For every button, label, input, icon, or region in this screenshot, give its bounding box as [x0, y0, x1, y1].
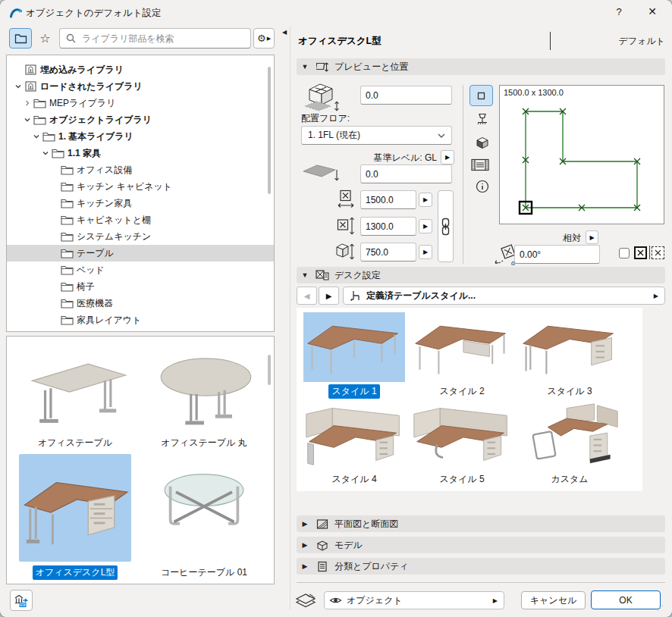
library-tree: 埋め込みライブラリロードされたライブラリMEPライブラリオブジェクトライブラリ1…: [6, 55, 275, 332]
style-option[interactable]: スタイル 1: [303, 312, 406, 399]
folder-icon: [60, 232, 74, 242]
height-flyout-button[interactable]: ▶: [419, 245, 432, 259]
style-option[interactable]: カスタム: [518, 400, 621, 487]
help-button[interactable]: ?: [604, 0, 634, 23]
tree-item[interactable]: テーブル: [7, 245, 274, 262]
next-page-button[interactable]: ▶: [319, 287, 339, 305]
coffee-thumbnail[interactable]: [148, 454, 260, 562]
custom-thumbnail[interactable]: [519, 400, 620, 470]
tree-item[interactable]: 医療機器: [7, 295, 274, 312]
document-list-icon: [313, 561, 331, 572]
relative-angle-flyout-button[interactable]: ▶: [586, 230, 598, 244]
tree-item[interactable]: 1. 基本ライブラリ: [7, 128, 274, 145]
depth-field[interactable]: [360, 217, 416, 236]
close-button[interactable]: ✕: [637, 0, 667, 23]
preview-animation-button[interactable]: [471, 155, 489, 174]
info-button[interactable]: [473, 177, 491, 196]
style-option-label: カスタム: [548, 472, 591, 487]
library-item[interactable]: オフィステーブル: [16, 343, 134, 450]
library-manager-button[interactable]: [10, 590, 33, 611]
bottom-offset-field[interactable]: [360, 164, 452, 183]
style2-thumbnail[interactable]: [411, 312, 513, 382]
style5-thumbnail[interactable]: [411, 400, 513, 470]
tree-item[interactable]: キッチン キャビネット: [7, 178, 274, 195]
tree-item[interactable]: ベッド: [7, 262, 274, 278]
tree-item[interactable]: オブジェクトライブラリ: [7, 111, 274, 128]
chevron-down-icon: ▼: [297, 271, 313, 279]
tree-item-label: ベッド: [74, 264, 105, 277]
chevron-right-icon[interactable]: [22, 99, 33, 107]
chevron-down-icon[interactable]: [31, 133, 42, 140]
chevron-down-icon[interactable]: [40, 149, 51, 157]
rotation-angle-field[interactable]: [514, 245, 600, 264]
depth-flyout-button[interactable]: ▶: [419, 219, 432, 233]
tree-scrollbar[interactable]: [268, 67, 271, 194]
tree-item[interactable]: システムキッチン: [7, 228, 274, 245]
chevron-down-icon[interactable]: [13, 83, 24, 90]
tree-item[interactable]: オフィス設備: [7, 161, 274, 178]
cancel-button[interactable]: キャンセル: [521, 591, 586, 609]
mirror-checkbox[interactable]: [619, 248, 630, 258]
tree-item[interactable]: 1.1 家具: [7, 145, 274, 161]
folder-icon: [42, 132, 56, 142]
style3-thumbnail[interactable]: [519, 312, 620, 382]
library-item[interactable]: オフィスデスクL型: [16, 454, 134, 580]
library-item[interactable]: コーヒーテーブル 01: [145, 454, 263, 580]
folder-view-toggle-button[interactable]: [9, 28, 32, 49]
ok-button[interactable]: OK: [591, 590, 661, 609]
tree-item[interactable]: 埋め込みライブラリ: [7, 61, 274, 78]
style-option[interactable]: スタイル 2: [410, 312, 513, 399]
tree-item[interactable]: ロードされたライブラリ: [7, 78, 274, 95]
object-name-field[interactable]: [297, 32, 551, 50]
tree-item[interactable]: 椅子: [7, 278, 274, 295]
divider: [297, 582, 665, 583]
round-thumbnail[interactable]: [148, 343, 260, 432]
tree-item-label: キャビネットと棚: [74, 214, 151, 227]
library-manager-icon: [14, 594, 29, 607]
object-default-settings-dialog: オブジェクトのデフォルト設定 ? ✕ ☆ ⚙▶ ◀ 埋め込みライブラリロードされ…: [0, 0, 672, 617]
section-desk-settings[interactable]: ▼ デスク設定: [297, 267, 665, 283]
resize-grip[interactable]: ⋰: [657, 605, 667, 614]
library-item[interactable]: オフィステーブル 丸: [145, 343, 263, 450]
search-settings-button[interactable]: ⚙▶: [253, 28, 275, 49]
section-model[interactable]: ▶ モデル: [297, 537, 665, 553]
tree-item[interactable]: MEPライブラリ: [7, 95, 274, 111]
previous-page-button[interactable]: ◀: [297, 287, 317, 305]
preview-2d-symbol-button[interactable]: [469, 85, 493, 106]
eye-icon: [329, 596, 342, 605]
preview-2d-view-button[interactable]: [473, 110, 491, 128]
thumbnail-scrollbar[interactable]: [268, 355, 271, 385]
base-level-flyout-button[interactable]: ▶: [441, 150, 454, 164]
width-field[interactable]: [360, 190, 416, 209]
tree-item[interactable]: キャビネットと棚: [7, 211, 274, 228]
home-story-select[interactable]: 1. 1FL (現在): [301, 126, 452, 145]
link-dimensions-button[interactable]: [438, 190, 454, 262]
table-thumbnail[interactable]: [19, 343, 131, 432]
width-flyout-button[interactable]: ▶: [419, 193, 432, 207]
collapse-panel-arrow[interactable]: ◀: [282, 29, 288, 36]
style-option[interactable]: スタイル 4: [303, 400, 406, 487]
section-classification-properties[interactable]: ▶ 分類とプロパティ: [297, 558, 665, 575]
ldesk-thumbnail[interactable]: [19, 454, 131, 562]
tree-item[interactable]: キッチン家具: [7, 195, 274, 211]
style-option[interactable]: スタイル 5: [410, 400, 513, 487]
search-input[interactable]: [80, 33, 250, 45]
style-option[interactable]: スタイル 3: [518, 312, 621, 399]
style1-thumbnail[interactable]: [303, 312, 405, 382]
tree-item-label: 1.1 家具: [65, 147, 101, 160]
search-box[interactable]: [59, 28, 251, 49]
top-offset-field[interactable]: [360, 86, 452, 105]
style-option-label: スタイル 2: [436, 384, 487, 399]
table-style-selector[interactable]: 定義済テーブルスタイル... ▶: [343, 287, 665, 305]
favorites-button[interactable]: ☆: [34, 28, 56, 49]
chevron-down-icon[interactable]: [22, 116, 33, 124]
preview-3d-view-button[interactable]: [473, 133, 491, 152]
library-item-label: オフィステーブル: [35, 436, 115, 450]
tree-item[interactable]: 家具レイアウト: [7, 312, 274, 328]
style4-thumbnail[interactable]: [303, 400, 405, 470]
height-field[interactable]: [360, 243, 416, 262]
object-2d-preview[interactable]: 1500.0 x 1300.0: [499, 85, 664, 224]
section-preview-position[interactable]: ▼ プレビューと位置: [297, 58, 665, 75]
section-floorplan-section[interactable]: ▶ 平面図と断面図: [297, 515, 665, 532]
layer-selector[interactable]: オブジェクト ▶: [324, 591, 504, 609]
